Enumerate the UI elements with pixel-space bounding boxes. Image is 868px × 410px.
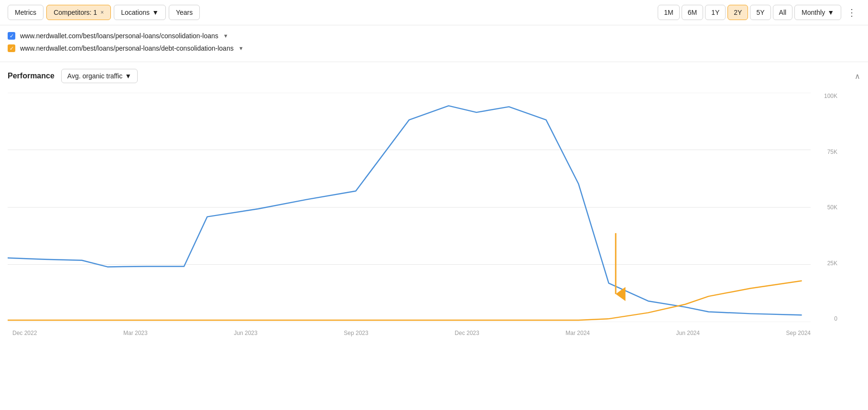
y-label-75k: 75K <box>827 149 837 155</box>
x-label-jun2023: Jun 2023 <box>234 330 257 336</box>
metric-arrow-icon: ▼ <box>125 72 131 80</box>
performance-header: Performance Avg. organic traffic ▼ ∧ <box>0 62 868 88</box>
x-label-sep2024: Sep 2024 <box>786 330 811 336</box>
collapse-button[interactable]: ∧ <box>855 72 860 81</box>
url-dropdown-2[interactable]: ▼ <box>239 45 244 51</box>
y-label-100k: 100K <box>824 93 837 99</box>
chart-area: 100K 75K 50K 25K 0 <box>0 88 868 356</box>
years-button[interactable]: Years <box>169 5 200 20</box>
checkbox-orange[interactable]: ✓ <box>8 44 15 52</box>
url-item-1: ✓ www.nerdwallet.com/best/loans/personal… <box>8 32 860 40</box>
orange-line <box>8 281 802 320</box>
top-bar: Metrics Competitors: 1 × Locations ▼ Yea… <box>0 0 868 25</box>
competitors-button[interactable]: Competitors: 1 × <box>46 5 111 20</box>
x-label-dec2023: Dec 2023 <box>455 330 479 336</box>
url-dropdown-1[interactable]: ▼ <box>223 33 228 39</box>
x-label-mar2024: Mar 2024 <box>565 330 590 336</box>
monthly-arrow-icon: ▼ <box>827 9 834 16</box>
time-all-button[interactable]: All <box>773 5 793 20</box>
locations-label: Locations <box>121 9 150 16</box>
competitors-label: Competitors: 1 <box>54 9 97 16</box>
locations-arrow-icon: ▼ <box>152 9 159 16</box>
x-label-mar2023: Mar 2023 <box>123 330 148 336</box>
perf-left: Performance Avg. organic traffic ▼ <box>8 69 138 83</box>
url-text-1: www.nerdwallet.com/best/loans/personal-l… <box>20 32 218 40</box>
metrics-button[interactable]: Metrics <box>8 5 43 20</box>
locations-button[interactable]: Locations ▼ <box>114 5 166 20</box>
checkmark-icon-2: ✓ <box>10 46 14 51</box>
performance-title: Performance <box>8 72 54 80</box>
time-2y-button[interactable]: 2Y <box>727 5 748 20</box>
monthly-label: Monthly <box>802 9 825 16</box>
metric-dropdown-button[interactable]: Avg. organic traffic ▼ <box>61 69 138 83</box>
time-6m-button[interactable]: 6M <box>682 5 703 20</box>
top-bar-right: 1M 6M 1Y 2Y 5Y All Monthly ▼ ⋮ <box>658 5 860 20</box>
competitors-close-icon[interactable]: × <box>100 9 104 16</box>
x-label-sep2023: Sep 2023 <box>344 330 368 336</box>
url-item-2: ✓ www.nerdwallet.com/best/loans/personal… <box>8 44 860 52</box>
y-label-50k: 50K <box>827 204 837 211</box>
time-1m-button[interactable]: 1M <box>658 5 679 20</box>
url-list: ✓ www.nerdwallet.com/best/loans/personal… <box>0 25 868 60</box>
url-text-2: www.nerdwallet.com/best/loans/personal-l… <box>20 44 234 52</box>
x-axis-labels: Dec 2022 Mar 2023 Jun 2023 Sep 2023 Dec … <box>8 330 811 336</box>
more-options-button[interactable]: ⋮ <box>843 5 860 20</box>
chart-container: 100K 75K 50K 25K 0 <box>8 93 839 336</box>
x-label-jun2024: Jun 2024 <box>676 330 700 336</box>
blue-line <box>8 106 802 315</box>
y-label-0: 0 <box>834 315 837 322</box>
x-label-dec2022: Dec 2022 <box>12 330 37 336</box>
checkbox-blue[interactable]: ✓ <box>8 32 15 40</box>
checkmark-icon: ✓ <box>10 33 14 39</box>
y-label-25k: 25K <box>827 260 837 267</box>
y-axis-labels: 100K 75K 50K 25K 0 <box>824 93 839 322</box>
metric-label: Avg. organic traffic <box>67 72 122 80</box>
time-1y-button[interactable]: 1Y <box>705 5 726 20</box>
chart-svg <box>8 93 811 322</box>
time-5y-button[interactable]: 5Y <box>750 5 770 20</box>
top-bar-left: Metrics Competitors: 1 × Locations ▼ Yea… <box>8 5 200 20</box>
monthly-button[interactable]: Monthly ▼ <box>794 5 841 20</box>
